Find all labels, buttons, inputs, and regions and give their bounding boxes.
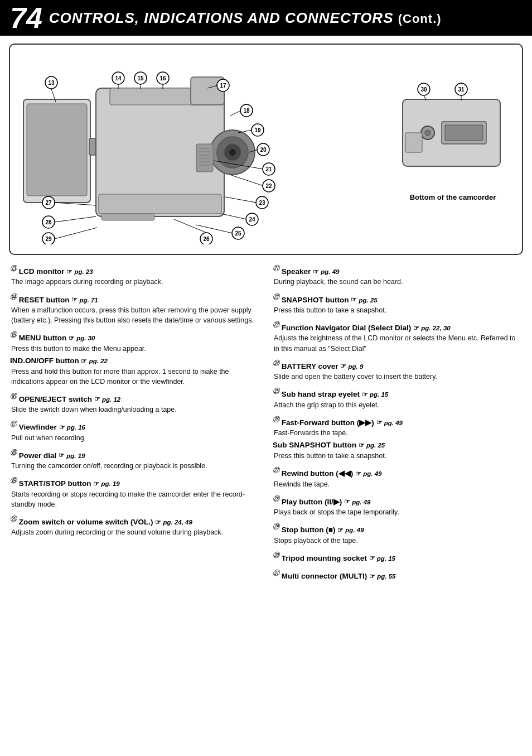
svg-rect-17: [99, 194, 221, 214]
svg-line-66: [55, 216, 96, 222]
item-24: ㉔ BATTERY cover pg. 9 Slide and open the…: [273, 359, 522, 382]
svg-point-9: [229, 149, 236, 156]
item-30: ㉚ Tripod mounting socket pg. 15: [273, 551, 522, 564]
item-29: ㉙ Stop button (■) pg. 49 Stops playback …: [273, 522, 522, 546]
page-number: 74: [10, 3, 42, 32]
svg-line-51: [225, 197, 256, 203]
svg-text:15: 15: [137, 75, 144, 81]
camcorder-diagram: 13 14 15 16 17 18 19: [18, 55, 380, 246]
svg-text:27: 27: [45, 200, 52, 206]
item-19: ⑲ START/STOP button pg. 19 Starts record…: [10, 476, 259, 509]
svg-text:13: 13: [48, 80, 55, 86]
diagram-box: 13 14 15 16 17 18 19: [9, 44, 523, 255]
svg-text:18: 18: [243, 108, 250, 114]
svg-text:14: 14: [115, 75, 122, 81]
bottom-caption: Bottom of the camcorder: [410, 193, 496, 201]
svg-text:29: 29: [45, 236, 52, 242]
svg-text:21: 21: [265, 166, 272, 172]
svg-text:30: 30: [420, 86, 427, 93]
bottom-diagram: 30 31 Bottom of the camcorder: [391, 55, 514, 201]
svg-text:17: 17: [220, 83, 226, 89]
svg-text:24: 24: [249, 216, 255, 223]
item-13: ⑬ LCD monitor pg. 23 The image appears d…: [10, 264, 259, 287]
svg-rect-18: [101, 214, 154, 220]
svg-rect-75: [405, 133, 422, 152]
item-25: ㉕ Sub hand strap eyelet pg. 15 Attach th…: [273, 387, 522, 410]
right-column: ㉑ Speaker pg. 49 During playback, the so…: [273, 264, 522, 587]
item-20: ⑳ Zoom switch or volume switch (VOL.) pg…: [10, 514, 259, 538]
item-17: ⑰ Viewfinder pg. 16 Pull out when record…: [10, 420, 259, 443]
page-title: CONTROLS, INDICATIONS AND CONNECTORS (Co…: [49, 9, 442, 27]
svg-line-57: [196, 225, 233, 233]
left-column: ⑬ LCD monitor pg. 23 The image appears d…: [10, 264, 259, 587]
item-31: ㉛ Multi connector (MULTI) pg. 55: [273, 569, 522, 581]
svg-rect-1: [27, 104, 87, 196]
svg-line-36: [230, 110, 241, 116]
svg-text:31: 31: [458, 86, 465, 93]
item-21: ㉑ Speaker pg. 49 During playback, the so…: [273, 264, 522, 287]
bottom-svg: 30 31: [397, 77, 509, 189]
svg-point-72: [425, 130, 431, 136]
svg-text:22: 22: [265, 183, 272, 189]
content-area: ⑬ LCD monitor pg. 23 The image appears d…: [0, 261, 532, 597]
item-18: ⑱ Power dial pg. 19 Turning the camcorde…: [10, 448, 259, 471]
item-22: ㉒ SNAPSHOT button pg. 25 Press this butt…: [273, 292, 522, 316]
svg-text:16: 16: [159, 75, 166, 81]
svg-line-48: [230, 175, 263, 186]
page-header: 74 CONTROLS, INDICATIONS AND CONNECTORS …: [0, 0, 532, 36]
svg-text:19: 19: [254, 127, 261, 133]
svg-text:20: 20: [260, 147, 267, 153]
item-14: ⑭ RESET button pg. 71 When a malfunction…: [10, 292, 259, 326]
svg-text:28: 28: [45, 219, 52, 225]
item-28: ㉘ Play button (II/▶) pg. 49 Plays back o…: [273, 494, 522, 518]
item-23: ㉓ Function Navigator Dial (Select Dial) …: [273, 320, 522, 354]
svg-text:25: 25: [235, 230, 241, 237]
svg-text:26: 26: [203, 236, 210, 242]
svg-line-54: [221, 214, 246, 219]
svg-line-63: [55, 228, 97, 239]
svg-rect-4: [110, 88, 199, 105]
item-27: ㉗ Rewind button (◀◀) pg. 49 Rewinds the …: [273, 466, 522, 489]
camcorder-svg: 13 14 15 16 17 18 19: [18, 55, 286, 244]
item-15: ⑮ MENU button pg. 30 Press this button t…: [10, 330, 259, 387]
item-26: ㉖ Fast-Forward button (▶▶) pg. 49 Fast-F…: [273, 415, 522, 461]
item-16: ⑯ OPEN/EJECT switch pg. 12 Slide the swi…: [10, 392, 259, 415]
svg-text:23: 23: [259, 200, 265, 206]
svg-rect-74: [445, 125, 483, 141]
